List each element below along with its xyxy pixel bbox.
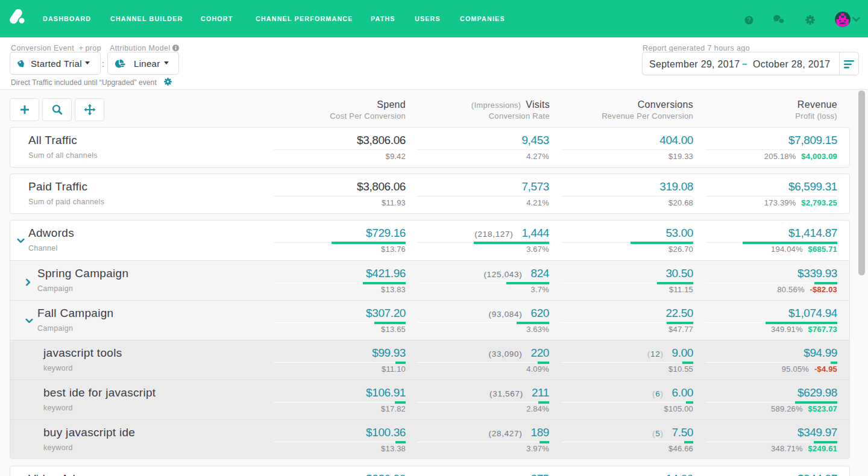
svg-text:?: ? xyxy=(747,17,750,23)
